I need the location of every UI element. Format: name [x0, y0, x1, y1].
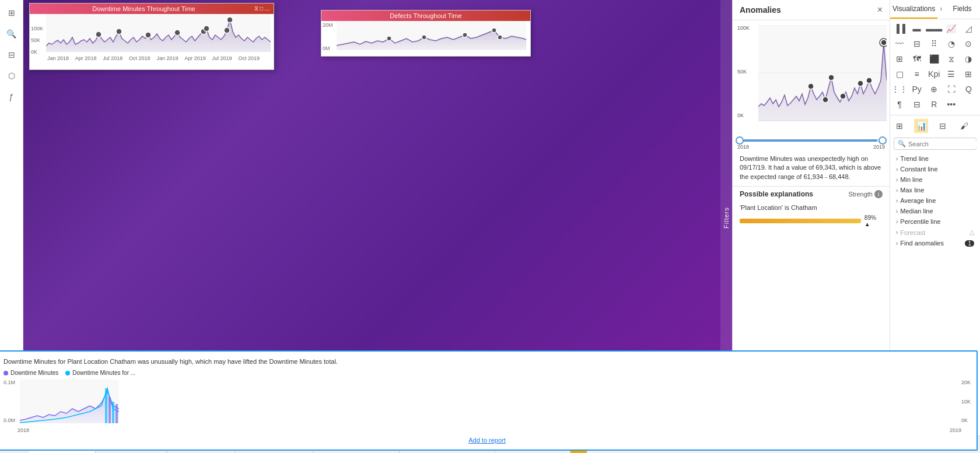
viz-card-icon[interactable]: ▢ — [892, 67, 907, 81]
percentile-line-chevron: › — [896, 219, 898, 225]
viz-slicer-icon[interactable]: ☰ — [944, 67, 958, 81]
viz-ribbon-icon[interactable]: 〰 — [892, 37, 907, 51]
viz-stacked-bar-icon[interactable]: ▬ — [910, 22, 924, 36]
chart-filter-icon[interactable]: ⧖ — [254, 5, 258, 12]
analytics-average-line[interactable]: › Average line — [890, 195, 980, 206]
viz-treemap-icon[interactable]: ⊞ — [892, 52, 907, 66]
analytics-max-line[interactable]: › Max line — [890, 185, 980, 195]
svg-point-4 — [96, 31, 102, 37]
viz-rag-icon[interactable]: R — [927, 97, 941, 111]
svg-point-18 — [498, 35, 502, 40]
svg-point-25 — [858, 80, 863, 86]
svg-point-29 — [840, 93, 846, 99]
anomalies-chart-area: 100K 50K 0K — [733, 20, 890, 137]
viz-format-icon[interactable]: ⊞ — [892, 119, 907, 133]
anomalies-close-button[interactable]: × — [877, 5, 883, 15]
anomalies-header: Anomalies × — [733, 0, 890, 20]
svg-point-6 — [145, 32, 151, 38]
viz-data-icon[interactable]: ⊟ — [936, 119, 950, 133]
downtime-chart-svg — [46, 14, 271, 54]
forecast-chevron: › — [896, 229, 898, 236]
viz-python-icon[interactable]: Py — [910, 82, 924, 96]
downtime-y-labels: 100K 50K 0K — [31, 26, 43, 55]
viz-table-icon[interactable]: ⊞ — [961, 67, 975, 81]
viz-analytics-icon[interactable]: 📊 — [914, 119, 928, 133]
sidebar-data-icon[interactable]: ⊟ — [4, 47, 20, 63]
svg-point-7 — [174, 30, 180, 36]
svg-point-9 — [204, 26, 209, 31]
svg-point-14 — [387, 36, 391, 41]
possible-explanations-title: Possible explanations — [740, 190, 813, 198]
analytics-constant-line[interactable]: › Constant line — [890, 164, 980, 174]
analytics-search-container: 🔍 — [894, 138, 977, 150]
viz-gauge-icon[interactable]: ◑ — [961, 52, 975, 66]
svg-point-15 — [422, 35, 426, 40]
svg-point-10 — [224, 27, 230, 33]
explanation-item-1[interactable]: 'Plant Location' is Chatham — [733, 202, 890, 213]
viz-map-icon[interactable]: 🗺 — [910, 52, 924, 66]
find-anomalies-badge: 1 — [965, 240, 974, 247]
slider-left-thumb[interactable] — [736, 136, 744, 145]
viz-100pct-bar-icon[interactable]: ▬▬ — [927, 22, 941, 36]
viz-filled-map-icon[interactable]: ⬛ — [927, 52, 941, 66]
defects-y-labels: 20M 0M — [323, 22, 333, 51]
svg-point-16 — [463, 33, 467, 37]
defects-chart-svg — [337, 21, 528, 52]
sidebar-home-icon[interactable]: ⊞ — [4, 5, 20, 21]
analytics-min-line[interactable]: › Min line — [890, 174, 980, 185]
viz-qna-icon[interactable]: Q — [961, 82, 975, 96]
downtime-chart-widget[interactable]: Downtime Minutes Throughout Time ⧖ □ … 1… — [29, 3, 274, 70]
median-line-chevron: › — [896, 208, 898, 215]
right-panel-tabs: Visualizations › Fields — [890, 0, 980, 19]
downtime-x-labels: Jan 2018 Apr 2018 Jul 2018 Oct 2018 Jan … — [30, 54, 274, 62]
analytics-median-line[interactable]: › Median line — [890, 206, 980, 216]
tab-fields[interactable]: Fields — [944, 0, 980, 19]
viz-more-icon[interactable]: ••• — [944, 97, 958, 111]
viz-paginated-icon[interactable]: ⊟ — [910, 97, 924, 111]
downtime-chart-title: Downtime Minutes Throughout Time — [33, 5, 254, 12]
defects-chart-widget[interactable]: Defects Throughout Time 20M 0M — [321, 10, 531, 57]
viz-line-chart-icon[interactable]: 📈 — [944, 22, 958, 36]
viz-smart-narrative-icon[interactable]: ¶ — [892, 97, 907, 111]
viz-format2-icon[interactable]: 🖌 — [957, 119, 971, 133]
svg-point-28 — [822, 97, 828, 103]
chart-expand-icon[interactable]: □ — [260, 5, 263, 12]
explanation-bar-1: 89% ▲ — [733, 213, 890, 229]
sidebar-dax-icon[interactable]: ƒ — [4, 89, 20, 105]
analytics-search-input[interactable] — [908, 141, 980, 148]
sidebar-model-icon[interactable]: ⬡ — [4, 68, 20, 84]
analytics-search-icon: 🔍 — [898, 140, 906, 148]
viz-scatter-icon[interactable]: ⠿ — [927, 37, 941, 51]
analytics-find-anomalies[interactable]: › Find anomalies 1 — [890, 238, 980, 248]
viz-pie-icon[interactable]: ◔ — [944, 37, 958, 51]
collapse-icon[interactable]: ▲ — [864, 221, 870, 227]
slider-right-thumb[interactable] — [878, 136, 887, 145]
tab-expand-arrow[interactable]: › — [937, 0, 944, 19]
svg-point-24 — [828, 75, 834, 80]
analytics-items-list: › Trend line › Constant line › Min line … — [890, 152, 980, 250]
tab-visualizations[interactable]: Visualizations — [890, 0, 937, 19]
viz-decomp-tree-icon[interactable]: ⛶ — [944, 82, 958, 96]
viz-funnel-icon[interactable]: ⧖ — [944, 52, 958, 66]
viz-kpi-icon[interactable]: Kpi — [927, 67, 941, 81]
chart-more-icon[interactable]: … — [264, 5, 270, 12]
analytics-trend-line[interactable]: › Trend line — [890, 153, 980, 164]
popup-svg — [732, 380, 890, 426]
viz-area-chart-icon[interactable]: ◿ — [961, 22, 975, 36]
slider-track[interactable] — [737, 139, 885, 142]
analytics-percentile-line[interactable]: › Percentile line — [890, 216, 980, 227]
chart-action-icons[interactable]: ⧖ □ … — [254, 5, 270, 12]
defects-chart-title: Defects Throughout Time — [325, 12, 527, 19]
anomalies-time-slider[interactable] — [733, 137, 890, 144]
find-anomalies-chevron: › — [896, 240, 898, 247]
viz-bar-chart-icon[interactable]: ▐▐ — [892, 22, 907, 36]
viz-key-influencer-icon[interactable]: ⊕ — [927, 82, 941, 96]
explanation-popup-card: Downtime Minutes for Plant Location Chat… — [732, 350, 890, 436]
svg-point-23 — [808, 83, 814, 89]
viz-matrix-icon[interactable]: ⋮⋮ — [892, 82, 907, 96]
viz-donut-icon[interactable]: ⊙ — [961, 37, 975, 51]
sidebar-search-icon[interactable]: 🔍 — [4, 26, 20, 42]
viz-waterfall-icon[interactable]: ⊟ — [910, 37, 924, 51]
viz-multirow-card-icon[interactable]: ≡ — [910, 67, 924, 81]
popup-card-text: Downtime Minutes for Plant Location Chat… — [732, 357, 890, 366]
